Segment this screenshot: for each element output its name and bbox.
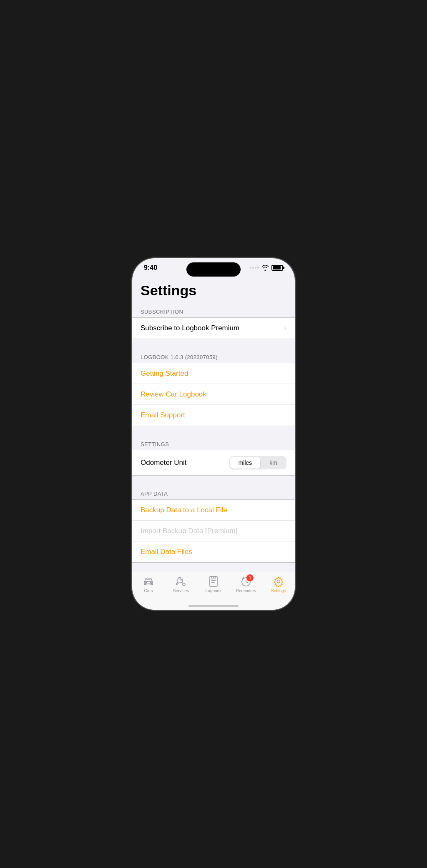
section-settings: SETTINGS Odometer Unit miles km	[132, 438, 295, 476]
app-data-header: APP DATA	[132, 487, 295, 499]
tab-services[interactable]: Services	[165, 576, 197, 593]
import-backup-label: Import Backup Data [Premium]	[141, 527, 237, 535]
tab-settings[interactable]: Settings	[262, 576, 295, 593]
gap-3	[132, 476, 295, 487]
scroll-content[interactable]: Settings SUBSCRIPTION Subscribe to Logbo…	[132, 274, 295, 572]
email-support-item[interactable]: Email Support	[132, 405, 295, 426]
review-car-logbook-item[interactable]: Review Car Logbook	[132, 384, 295, 405]
km-option[interactable]: km	[261, 457, 286, 469]
odometer-unit-item: Odometer Unit miles km	[132, 450, 295, 475]
wrench-icon	[175, 576, 187, 587]
screen: 9:40	[132, 258, 295, 610]
tab-logbook[interactable]: Logbook	[197, 576, 230, 593]
logbook-icon	[208, 576, 219, 587]
logbook-header: LOGBOOK 1.0.3 (202307059)	[132, 351, 295, 363]
subscribe-premium-label: Subscribe to Logbook Premium	[141, 324, 239, 332]
subscription-body: Subscribe to Logbook Premium ›	[132, 317, 295, 339]
gap-4	[132, 563, 295, 572]
status-icons	[250, 265, 283, 271]
logbook-body: Getting Started Review Car Logbook Email…	[132, 363, 295, 426]
tab-cars-label: Cars	[144, 589, 153, 593]
backup-data-label: Backup Data to a Local File	[141, 506, 227, 514]
gap-2	[132, 426, 295, 438]
clock-icon: 1	[240, 576, 252, 587]
getting-started-label: Getting Started	[141, 369, 188, 378]
tab-reminders-label: Reminders	[236, 589, 256, 593]
settings-body: Odometer Unit miles km	[132, 450, 295, 476]
home-indicator	[132, 601, 295, 610]
backup-data-item[interactable]: Backup Data to a Local File	[132, 500, 295, 521]
battery-icon	[271, 265, 283, 271]
subscribe-premium-item[interactable]: Subscribe to Logbook Premium ›	[132, 318, 295, 339]
home-bar	[188, 605, 239, 607]
car-icon	[143, 576, 154, 587]
email-support-label: Email Support	[141, 411, 185, 419]
tab-services-label: Services	[173, 589, 189, 593]
reminders-badge: 1	[246, 574, 254, 581]
odometer-unit-label: Odometer Unit	[141, 459, 187, 467]
email-data-files-label: Email Data Files	[141, 548, 192, 556]
section-logbook: LOGBOOK 1.0.3 (202307059) Getting Starte…	[132, 351, 295, 426]
miles-option[interactable]: miles	[230, 457, 261, 469]
phone-frame: 9:40	[132, 258, 295, 610]
subscription-header: SUBSCRIPTION	[132, 305, 295, 317]
svg-point-0	[146, 583, 147, 584]
section-subscription: SUBSCRIPTION Subscribe to Logbook Premiu…	[132, 305, 295, 339]
section-app-data: APP DATA Backup Data to a Local File Imp…	[132, 487, 295, 563]
getting-started-item[interactable]: Getting Started	[132, 363, 295, 384]
dynamic-island	[186, 262, 241, 277]
gear-icon	[273, 576, 284, 587]
svg-point-5	[277, 580, 280, 583]
svg-point-1	[150, 583, 152, 584]
signal-icon	[250, 267, 259, 269]
page-title: Settings	[132, 274, 295, 305]
email-data-files-item[interactable]: Email Data Files	[132, 541, 295, 562]
tab-logbook-label: Logbook	[206, 589, 221, 593]
svg-point-2	[183, 583, 185, 586]
app-data-body: Backup Data to a Local File Import Backu…	[132, 499, 295, 563]
settings-header: SETTINGS	[132, 438, 295, 450]
tab-cars[interactable]: Cars	[132, 576, 165, 593]
import-backup-item: Import Backup Data [Premium]	[132, 521, 295, 541]
odometer-segmented-control[interactable]: miles km	[229, 456, 286, 469]
tab-reminders[interactable]: 1 Reminders	[230, 576, 262, 593]
gap-1	[132, 339, 295, 351]
tab-settings-label: Settings	[271, 589, 286, 593]
chevron-right-icon: ›	[284, 324, 286, 332]
review-car-logbook-label: Review Car Logbook	[141, 390, 206, 399]
wifi-icon	[261, 265, 269, 271]
status-time: 9:40	[144, 264, 157, 272]
tab-bar: Cars Services	[132, 572, 295, 601]
